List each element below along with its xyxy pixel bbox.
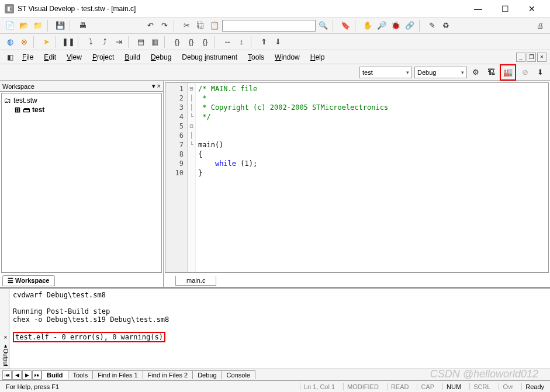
editor-tab-main[interactable]: main.c [175, 276, 216, 286]
menubar: ◧ File Edit View Project Build Debug Deb… [0, 50, 550, 64]
brace-left-icon[interactable]: {} [171, 36, 184, 48]
watch-panel-icon[interactable]: ▥ [148, 36, 161, 48]
print-icon[interactable]: 🖶 [76, 19, 89, 32]
output-tab-fif2[interactable]: Find in Files 2 [143, 370, 193, 379]
out-nav-first[interactable]: ⏮ [2, 370, 12, 380]
output-tab-console[interactable]: Console [222, 370, 255, 379]
bookmark-icon[interactable]: 🔖 [339, 19, 352, 32]
link-icon[interactable]: 🔗 [403, 19, 416, 32]
menu-view[interactable]: View [62, 52, 87, 63]
find-input[interactable] [222, 20, 316, 32]
output-tab-build[interactable]: Build [41, 370, 68, 379]
mdi-minimize-button[interactable]: _ [516, 53, 525, 62]
redo-icon[interactable]: ↷ [158, 19, 171, 32]
find-icon[interactable]: 🔍 [317, 19, 330, 32]
brace-right-icon[interactable]: {} [185, 36, 198, 48]
step-into-icon[interactable]: ➤ [40, 36, 53, 48]
workspace-tab[interactable]: ☰Workspace [2, 275, 55, 286]
brush-icon[interactable]: ✎ [426, 19, 438, 32]
iup-icon[interactable]: ⇑ [257, 36, 270, 48]
output-side-label: × ▴Output [0, 289, 9, 369]
statusbar: For Help, press F1 Ln 1, Col 1 MODIFIED … [0, 380, 550, 392]
stop-build-icon[interactable]: ⊘ [518, 66, 531, 79]
download-icon[interactable]: ⬇ [534, 66, 546, 79]
bp-panel-icon[interactable]: ▤ [134, 36, 147, 48]
editor[interactable]: 12345678910 ⊟││└⊟│└ /* MAIN.C file * * C… [165, 82, 549, 273]
pause-icon[interactable]: ❚❚ [62, 36, 75, 48]
status-scrl: SCRL [469, 383, 494, 390]
cycle-icon[interactable]: ♻ [440, 19, 452, 32]
output-tabs: ⏮ ◀ ▶ ⏭ Build Tools Find in Files 1 Find… [0, 369, 550, 380]
new-file-icon[interactable]: 📄 [4, 19, 16, 32]
status-num: NUM [442, 383, 465, 390]
editor-panel: 12345678910 ⊟││└⊟│└ /* MAIN.C file * * C… [164, 81, 550, 287]
menu-edit[interactable]: Edit [39, 52, 61, 63]
menu-project[interactable]: Project [88, 52, 119, 63]
undo-icon[interactable]: ↶ [144, 19, 157, 32]
expand-icon[interactable]: ⊞ [15, 106, 20, 114]
hand-icon[interactable]: ✋ [361, 19, 374, 32]
output-text[interactable]: cvdwarf Debug\test.sm8 Running Post-Buil… [9, 289, 550, 369]
output-tab-fif1[interactable]: Find in Files 1 [92, 370, 143, 379]
brace-up-icon[interactable]: {} [199, 36, 212, 48]
project-icon: 🗃 [23, 106, 30, 114]
out-nav-next[interactable]: ▶ [22, 370, 32, 380]
minimize-button[interactable]: — [465, 0, 492, 18]
cut-icon[interactable]: ✂ [180, 19, 193, 32]
titlebar: ◧ ST Visual Develop - test.stw - [main.c… [0, 0, 550, 18]
menu-app-icon[interactable]: ◧ [4, 51, 16, 64]
debug-start-icon[interactable]: ◍ [4, 36, 16, 48]
printer-icon[interactable]: 🖨 [534, 19, 546, 32]
open-ws-icon[interactable]: 📁 [32, 19, 44, 32]
compile-icon[interactable]: ⚙ [469, 66, 482, 79]
toggle-bp-icon[interactable]: ↔ [221, 36, 234, 48]
toolbar-main: 📄 📂 📁 💾 🖶 ↶ ↷ ✂ ⿻ 📋 🔍 🔖 ✋ 🔎 🐞 🔗 ✎ ♻ 🖨 [0, 18, 550, 34]
menu-build[interactable]: Build [120, 52, 145, 63]
main-area: Workspace ▾ × 🗂test.stw ⊞🗃test ☰Workspac… [0, 81, 550, 287]
open-file-icon[interactable]: 📂 [18, 19, 30, 32]
mdi-close-button[interactable]: × [537, 53, 546, 62]
workspace-tree[interactable]: 🗂test.stw ⊞🗃test [1, 93, 162, 273]
stack-icon: ☰ [8, 277, 13, 285]
stepout-icon[interactable]: ⤴ [98, 36, 111, 48]
menu-debug-instrument[interactable]: Debug instrument [177, 52, 242, 63]
highlighted-rebuild: 🏭 [500, 64, 516, 81]
toolbar-debug: ◍ ⊗ ➤ ❚❚ ⤵ ⤴ ⇥ ▤ ▥ {} {} {} ↔ ↕ ⇑ ⇓ [0, 34, 550, 50]
window-title: ST Visual Develop - test.stw - [main.c] [18, 5, 465, 13]
menu-help[interactable]: Help [306, 52, 330, 63]
paste-icon[interactable]: 📋 [208, 19, 221, 32]
idown-icon[interactable]: ⇓ [271, 36, 284, 48]
save-icon[interactable]: 💾 [54, 19, 67, 32]
close-button[interactable]: ✕ [518, 0, 545, 18]
menu-window[interactable]: Window [270, 52, 305, 63]
out-nav-last[interactable]: ⏭ [32, 370, 41, 380]
tree-root[interactable]: 🗂test.stw [4, 96, 159, 105]
build-icon[interactable]: 🏗 [485, 66, 497, 79]
debug-stop-icon[interactable]: ⊗ [18, 36, 30, 48]
config-combo[interactable]: Debug [414, 67, 467, 78]
clear-bp-icon[interactable]: ↕ [235, 36, 248, 48]
tree-project[interactable]: ⊞🗃test [4, 105, 159, 115]
menu-tools[interactable]: Tools [243, 52, 269, 63]
output-tab-debug[interactable]: Debug [192, 370, 222, 379]
window-controls: — ☐ ✕ [465, 0, 545, 18]
status-help: For Help, press F1 [2, 383, 63, 390]
target-combo[interactable]: test [359, 67, 412, 78]
app-icon: ◧ [5, 4, 14, 13]
menu-debug[interactable]: Debug [146, 52, 176, 63]
menu-file[interactable]: File [18, 52, 38, 63]
maximize-button[interactable]: ☐ [492, 0, 518, 18]
copy-icon[interactable]: ⿻ [194, 19, 207, 32]
zoom-icon[interactable]: 🔎 [375, 19, 388, 32]
status-modified: MODIFIED [343, 383, 382, 390]
out-nav-prev[interactable]: ◀ [12, 370, 22, 380]
bug-icon[interactable]: 🐞 [389, 19, 402, 32]
mdi-restore-button[interactable]: ❐ [527, 53, 536, 62]
run-to-icon[interactable]: ⇥ [112, 36, 125, 48]
fold-column[interactable]: ⊟││└⊟│└ [188, 83, 196, 272]
code-area[interactable]: /* MAIN.C file * * Copyright (c) 2002-20… [196, 83, 548, 272]
workspace-icon: 🗂 [4, 96, 11, 105]
rebuild-all-icon[interactable]: 🏭 [501, 66, 514, 79]
output-tab-tools[interactable]: Tools [68, 370, 94, 379]
stepover-icon[interactable]: ⤵ [84, 36, 97, 48]
